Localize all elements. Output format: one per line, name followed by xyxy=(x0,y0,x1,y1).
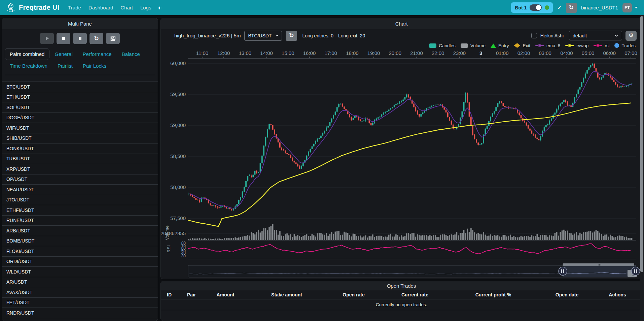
nav-item-chart[interactable]: Chart xyxy=(120,5,133,10)
pair-row-wld[interactable]: WLD/USDT xyxy=(2,266,158,277)
tab-pairs-combined[interactable]: Pairs combined xyxy=(5,48,49,60)
chevron-down-icon xyxy=(635,7,638,8)
svg-text:18:00: 18:00 xyxy=(346,50,359,56)
bot-name: Bot 1 xyxy=(515,5,527,10)
legend-item-volume[interactable]: Volume xyxy=(461,43,486,48)
pair-row-doge[interactable]: DOGE/USDT xyxy=(2,113,158,123)
bot-selector[interactable]: Bot 1 xyxy=(511,2,553,13)
pair-row-shib[interactable]: SHIB/USDT xyxy=(2,133,158,143)
svg-text:21:00: 21:00 xyxy=(410,50,423,56)
tab-pair-locks[interactable]: Pair Locks xyxy=(78,60,111,72)
pair-row-fet[interactable]: FET/USDT xyxy=(2,297,158,308)
pair-row-bonk[interactable]: BONK/USDT xyxy=(2,143,158,154)
pair-row-avax[interactable]: AVAX/USDT xyxy=(2,287,158,297)
pair-row-wif[interactable]: WIF/USDT xyxy=(2,123,158,133)
pair-row-dot[interactable]: DOT/USDT xyxy=(2,318,158,321)
legend-item-entry[interactable]: Entry xyxy=(491,43,509,48)
legend-item-rvwap[interactable]: rvwap xyxy=(565,43,588,48)
nav-item-dashboard[interactable]: Dashboard xyxy=(88,5,113,10)
nav-item-logs[interactable]: Logs xyxy=(140,5,151,10)
legend-item-candles[interactable]: Candles xyxy=(429,43,456,48)
tab-general[interactable]: General xyxy=(49,48,77,60)
legend-item-trades[interactable]: Trades xyxy=(614,43,636,48)
pair-row-arb[interactable]: ARB/USDT xyxy=(2,225,158,236)
pair-row-ethfi[interactable]: ETHFI/USDT xyxy=(2,205,158,215)
svg-text:16:00: 16:00 xyxy=(303,50,316,56)
column-header-current-rate: Current rate xyxy=(379,292,451,297)
pair-row-floki[interactable]: FLOKI/USDT xyxy=(2,246,158,256)
svg-text:22:00: 22:00 xyxy=(432,50,444,56)
svg-text:07:00: 07:00 xyxy=(624,50,637,56)
pair-row-rune[interactable]: RUNE/USDT xyxy=(2,215,158,226)
chevron-down-icon xyxy=(614,34,618,37)
tab-time-breakdown[interactable]: Time Breakdown xyxy=(5,60,52,72)
multi-pane-tabs: Pairs combinedGeneralPerformanceBalance … xyxy=(2,44,158,75)
refresh-chart-button[interactable]: ↻ xyxy=(286,31,297,41)
chart-toolbar: high_frog_binance_v226 | 5m BTC/USDT ↻ L… xyxy=(161,29,642,42)
svg-text:13:00: 13:00 xyxy=(239,50,252,56)
refresh-icon: ↻ xyxy=(94,36,99,41)
svg-text:57,500: 57,500 xyxy=(170,215,186,221)
open-trades-empty-message: Currently no open trades. xyxy=(161,299,642,310)
clear-chart-button[interactable] xyxy=(106,33,120,44)
price-chart-svg[interactable]: 60,00059,50059,00058,50058,00057,50011:0… xyxy=(161,48,642,279)
legend-item-exit[interactable]: Exit xyxy=(514,43,530,48)
legend-item-rsi[interactable]: rsi xyxy=(594,43,609,48)
scrollbar-thumb[interactable] xyxy=(640,16,643,272)
entry-swatch-icon xyxy=(491,43,496,48)
app-title[interactable]: Freqtrade UI xyxy=(19,4,59,11)
bot-toggle[interactable] xyxy=(530,4,542,11)
datazoom-drag-bar[interactable] xyxy=(563,263,634,266)
svg-text:23:00: 23:00 xyxy=(453,50,466,56)
refresh-bot-button[interactable]: ↻ xyxy=(566,3,577,13)
pair-row-eth[interactable]: ETH/USDT xyxy=(2,92,158,102)
user-menu[interactable]: FT xyxy=(622,3,638,12)
pair-row-sol[interactable]: SOL/USDT xyxy=(2,102,158,113)
svg-text:RSI: RSI xyxy=(166,245,171,253)
plot-config-select[interactable]: default xyxy=(569,31,622,40)
pair-row-near[interactable]: NEAR/USDT xyxy=(2,184,158,195)
page-scrollbar[interactable] xyxy=(640,15,644,321)
datazoom-handle-right[interactable] xyxy=(632,267,640,276)
pair-row-op[interactable]: OP/USDT xyxy=(2,174,158,185)
pair-row-jto[interactable]: JTO/USDT xyxy=(2,195,158,205)
tab-performance[interactable]: Performance xyxy=(78,48,117,60)
datazoom-handle-left[interactable] xyxy=(559,267,567,276)
heikin-ashi-checkbox[interactable] xyxy=(531,33,537,38)
tab-balance[interactable]: Balance xyxy=(117,48,145,60)
pair-row-bome[interactable]: BOME/USDT xyxy=(2,236,158,246)
chart-panel: Chart high_frog_binance_v226 | 5m BTC/US… xyxy=(160,18,642,279)
column-header-open-date: Open date xyxy=(536,292,598,297)
nav-item-trade[interactable]: Trade xyxy=(68,5,81,10)
swatch-dot xyxy=(596,44,600,47)
multi-pane-panel: Multi Pane ↻ Pairs comb xyxy=(2,18,158,321)
stop-bot-button[interactable] xyxy=(57,33,70,44)
pair-row-trb[interactable]: TRB/USDT xyxy=(2,154,158,164)
start-bot-button[interactable] xyxy=(40,33,54,44)
swatch-dot xyxy=(568,44,571,47)
svg-text:17:00: 17:00 xyxy=(324,50,337,56)
legend-label: ema_8 xyxy=(546,43,560,48)
signal-counts: Long entries: 0 Long exit: 20 xyxy=(302,33,365,38)
pause-bot-button[interactable] xyxy=(73,33,87,44)
pair-row-ordi[interactable]: ORDI/USDT xyxy=(2,256,158,267)
tab-pairlist[interactable]: Pairlist xyxy=(52,60,78,72)
pair-row-btc[interactable]: BTC/USDT xyxy=(2,82,158,92)
theme-toggle-icon[interactable]: ◐ xyxy=(158,4,162,11)
avatar[interactable]: FT xyxy=(622,3,632,12)
pause-icon xyxy=(77,36,83,41)
pair-row-rndr[interactable]: RNDR/USDT xyxy=(2,308,158,318)
rvwap-swatch-icon xyxy=(565,45,574,46)
reload-config-button[interactable]: ↻ xyxy=(90,33,103,44)
refresh-icon: ↻ xyxy=(289,33,294,38)
plot-settings-button[interactable]: ⚙ xyxy=(625,31,637,41)
legend-item-ema_8[interactable]: ema_8 xyxy=(535,43,560,48)
strategy-label: high_frog_binance_v226 | 5m xyxy=(174,33,241,38)
pair-row-xrp[interactable]: XRP/USDT xyxy=(2,164,158,174)
multi-pane-title: Multi Pane xyxy=(2,18,158,29)
pair-select[interactable]: BTC/USDT xyxy=(244,31,282,41)
svg-text:04:00: 04:00 xyxy=(560,50,573,56)
svg-text:58,500: 58,500 xyxy=(170,153,186,159)
pair-row-ar[interactable]: AR/USDT xyxy=(2,277,158,287)
exit-swatch-icon xyxy=(514,43,520,48)
